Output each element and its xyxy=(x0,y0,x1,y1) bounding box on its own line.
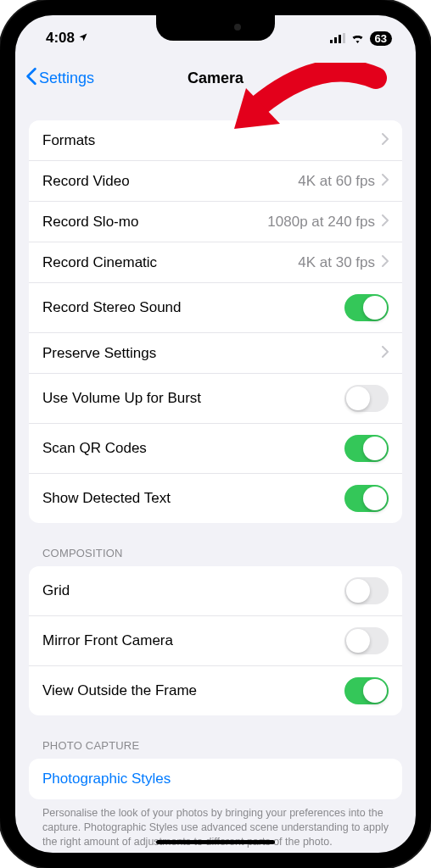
photo-capture-header: PHOTO CAPTURE xyxy=(29,739,402,759)
scan-qr-row: Scan QR Codes xyxy=(29,424,402,474)
photo-capture-group: Photographic Styles xyxy=(29,759,402,799)
volume-burst-row: Use Volume Up for Burst xyxy=(29,374,402,424)
nav-header: Settings Camera xyxy=(15,56,416,100)
back-label: Settings xyxy=(39,70,94,87)
preserve-settings-label: Preserve Settings xyxy=(42,345,156,362)
record-video-label: Record Video xyxy=(42,173,130,190)
main-settings-group: Formats Record Video 4K at 60 fps xyxy=(29,120,402,523)
outside-frame-label: View Outside the Frame xyxy=(42,682,197,699)
grid-toggle[interactable] xyxy=(344,577,389,604)
photographic-styles-label: Photographic Styles xyxy=(42,771,171,787)
composition-header: COMPOSITION xyxy=(29,547,402,566)
device-frame: 4:08 63 S xyxy=(0,0,431,868)
cellular-signal-icon xyxy=(330,31,345,46)
chevron-right-icon xyxy=(382,346,389,361)
screen: 4:08 63 S xyxy=(15,15,416,853)
formats-label: Formats xyxy=(42,132,95,149)
svg-rect-1 xyxy=(334,37,337,43)
home-indicator[interactable] xyxy=(156,840,275,844)
record-video-row[interactable]: Record Video 4K at 60 fps xyxy=(29,161,402,202)
scan-qr-label: Scan QR Codes xyxy=(42,440,147,457)
page-title: Camera xyxy=(188,70,243,87)
detected-text-row: Show Detected Text xyxy=(29,474,402,523)
composition-group: Grid Mirror Front Camera View Outside th… xyxy=(29,566,402,715)
record-cinematic-row[interactable]: Record Cinematic 4K at 30 fps xyxy=(29,242,402,283)
record-cinematic-value: 4K at 30 fps xyxy=(298,254,375,271)
back-button[interactable]: Settings xyxy=(25,67,94,89)
mirror-front-row: Mirror Front Camera xyxy=(29,616,402,666)
svg-rect-0 xyxy=(330,40,333,43)
stereo-sound-label: Record Stereo Sound xyxy=(42,299,182,316)
scan-qr-toggle[interactable] xyxy=(344,435,389,462)
chevron-left-icon xyxy=(25,67,37,89)
photo-capture-section: PHOTO CAPTURE Photographic Styles Person… xyxy=(29,739,402,849)
record-cinematic-label: Record Cinematic xyxy=(42,254,157,271)
record-video-value: 4K at 60 fps xyxy=(298,173,375,190)
content: Formats Record Video 4K at 60 fps xyxy=(15,100,416,849)
battery-indicator: 63 xyxy=(370,31,392,46)
volume-burst-label: Use Volume Up for Burst xyxy=(42,390,201,407)
volume-burst-toggle[interactable] xyxy=(344,385,389,412)
chevron-right-icon xyxy=(382,255,389,270)
mirror-front-label: Mirror Front Camera xyxy=(42,632,173,649)
detected-text-label: Show Detected Text xyxy=(42,490,171,507)
status-time: 4:08 xyxy=(46,30,75,47)
mirror-front-toggle[interactable] xyxy=(344,627,389,654)
front-camera-dot xyxy=(234,24,241,31)
composition-section: COMPOSITION Grid Mirror Front Camera Vie… xyxy=(29,547,402,715)
outside-frame-row: View Outside the Frame xyxy=(29,666,402,715)
stereo-sound-row: Record Stereo Sound xyxy=(29,283,402,333)
svg-rect-3 xyxy=(343,33,345,43)
location-icon xyxy=(78,32,88,45)
wifi-icon xyxy=(350,31,365,46)
record-slomo-label: Record Slo-mo xyxy=(42,214,138,231)
main-section: Formats Record Video 4K at 60 fps xyxy=(29,120,402,523)
formats-row[interactable]: Formats xyxy=(29,120,402,161)
notch xyxy=(156,15,275,41)
record-slomo-row[interactable]: Record Slo-mo 1080p at 240 fps xyxy=(29,202,402,242)
preserve-settings-row[interactable]: Preserve Settings xyxy=(29,333,402,374)
outside-frame-toggle[interactable] xyxy=(344,677,389,704)
grid-label: Grid xyxy=(42,582,70,599)
chevron-right-icon xyxy=(382,133,389,148)
svg-rect-2 xyxy=(339,35,341,43)
photographic-styles-row[interactable]: Photographic Styles xyxy=(29,759,402,799)
chevron-right-icon xyxy=(382,174,389,189)
grid-row: Grid xyxy=(29,566,402,616)
detected-text-toggle[interactable] xyxy=(344,485,389,512)
stereo-sound-toggle[interactable] xyxy=(344,294,389,321)
chevron-right-icon xyxy=(382,214,389,230)
record-slomo-value: 1080p at 240 fps xyxy=(267,214,375,231)
